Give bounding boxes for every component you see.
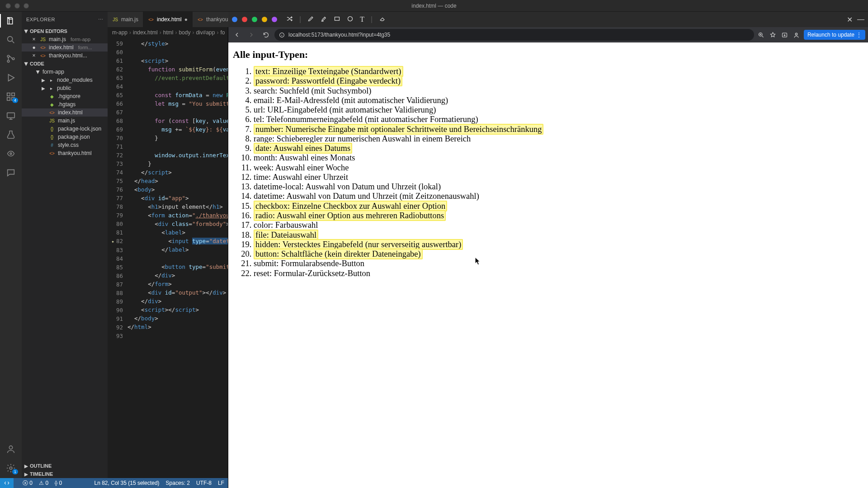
- remote-indicator[interactable]: [0, 478, 14, 488]
- mac-titlebar: index.html — code: [0, 0, 868, 12]
- outline-section[interactable]: ▶OUTLINE: [22, 462, 108, 470]
- open-editor-item[interactable]: ×<>thankyou.html...: [22, 52, 108, 60]
- mac-zoom-icon[interactable]: [24, 3, 29, 9]
- tree-item[interactable]: #style.css: [22, 141, 108, 149]
- mac-minimize-icon[interactable]: [14, 3, 20, 9]
- tree-item[interactable]: JSmain.js: [22, 117, 108, 125]
- open-editors-section[interactable]: ▶OPEN EDITORS: [22, 27, 108, 35]
- page-heading: Alle input-Typen:: [233, 49, 863, 61]
- explorer-icon[interactable]: [5, 15, 16, 26]
- tree-root[interactable]: ▶ form-app: [22, 68, 108, 76]
- tree-item[interactable]: <>thankyou.html: [22, 149, 108, 157]
- text-icon[interactable]: T: [360, 15, 364, 23]
- annotation-close-icon[interactable]: ✕: [847, 15, 853, 24]
- relaunch-button[interactable]: Relaunch to update ⋮: [804, 30, 865, 40]
- editor-tab[interactable]: <>index.html●: [143, 12, 193, 27]
- status-encoding[interactable]: UTF-8: [196, 480, 212, 486]
- color-swatch[interactable]: [232, 17, 237, 22]
- timeline-section[interactable]: ▶TIMELINE: [22, 470, 108, 478]
- shuffle-icon[interactable]: [286, 15, 293, 24]
- source-control-icon[interactable]: [5, 53, 16, 64]
- tree-item[interactable]: ▶▸node_modules: [22, 76, 108, 84]
- breadcrumb-segment[interactable]: body: [179, 29, 190, 36]
- status-spaces[interactable]: Spaces: 2: [166, 480, 190, 486]
- tree-item[interactable]: {}package.json: [22, 133, 108, 141]
- zoom-icon[interactable]: [757, 30, 766, 39]
- url-text: localhost:5173/thankyou.html?input=4tg35: [288, 32, 390, 38]
- circle-icon[interactable]: [347, 15, 354, 24]
- settings-icon[interactable]: 1: [5, 463, 16, 474]
- svg-rect-12: [335, 17, 340, 20]
- list-item: tel: Telefonnummerneingabefeld (mit auto…: [254, 115, 863, 124]
- extensions-icon[interactable]: 4: [5, 91, 16, 102]
- close-icon[interactable]: ×: [31, 36, 37, 42]
- back-button[interactable]: [231, 29, 243, 41]
- dirty-icon[interactable]: ●: [184, 16, 188, 23]
- tree-item[interactable]: ▶▸public: [22, 84, 108, 92]
- eraser-icon[interactable]: [379, 15, 386, 24]
- file-icon: JS: [40, 36, 46, 42]
- status-errors[interactable]: ⓧ 0: [23, 479, 33, 487]
- code-editor[interactable]: 5960616263646566676869707172737475767778…: [108, 38, 228, 478]
- remote-icon[interactable]: [5, 110, 16, 121]
- highlight-icon[interactable]: [321, 15, 327, 24]
- breadcrumb-segment[interactable]: html: [163, 29, 174, 36]
- rect-icon[interactable]: [334, 15, 340, 24]
- svg-point-10: [9, 446, 12, 449]
- more-icon[interactable]: ⋮: [856, 32, 862, 38]
- color-swatch[interactable]: [242, 17, 247, 22]
- list-item: date: Auswahl eines Datums: [254, 144, 863, 153]
- code-section[interactable]: ▶CODE: [22, 60, 108, 68]
- status-eol[interactable]: LF: [218, 480, 224, 486]
- search-icon[interactable]: [5, 34, 16, 45]
- window-minimize-icon[interactable]: —: [857, 15, 864, 23]
- account-icon[interactable]: [5, 444, 16, 455]
- chat-icon[interactable]: [5, 167, 16, 178]
- url-field[interactable]: localhost:5173/thankyou.html?input=4tg35: [274, 29, 754, 41]
- pen-icon[interactable]: [307, 15, 314, 24]
- sidebar-more-icon[interactable]: ⋯: [98, 17, 104, 23]
- tree-item[interactable]: {}package-lock.json: [22, 125, 108, 133]
- color-swatch[interactable]: [252, 17, 257, 22]
- profile-icon[interactable]: [792, 30, 801, 39]
- annotation-toolbar: | T | ✕ —: [228, 12, 868, 27]
- status-ports[interactable]: ⟠ 0: [55, 480, 62, 486]
- install-icon[interactable]: [780, 30, 789, 39]
- file-icon: #: [49, 142, 55, 148]
- breadcrumb-segment[interactable]: fo: [220, 29, 225, 36]
- open-editor-item[interactable]: ×JSmain.jsform-app: [22, 35, 108, 43]
- svg-rect-4: [7, 93, 10, 96]
- svg-point-2: [7, 60, 9, 62]
- list-item: email: E-Mail-Adressfeld (mit automatisc…: [254, 96, 863, 105]
- open-editor-item[interactable]: ●<>index.htmlform...: [22, 43, 108, 52]
- tree-item[interactable]: ◆.hgignore: [22, 92, 108, 100]
- reload-button[interactable]: [260, 29, 272, 41]
- svg-point-17: [796, 33, 797, 35]
- breadcrumb-segment[interactable]: div#app: [196, 29, 215, 36]
- breadcrumb[interactable]: m-app›index.html›html›body›div#app›fo: [108, 27, 228, 38]
- file-icon: <>: [49, 150, 55, 156]
- status-cursor[interactable]: Ln 82, Col 35 (15 selected): [94, 480, 160, 486]
- color-swatch[interactable]: [272, 17, 277, 22]
- tree-item[interactable]: ◆.hgtags: [22, 100, 108, 108]
- breadcrumb-segment[interactable]: m-app: [112, 29, 127, 36]
- breadcrumb-segment[interactable]: index.html: [133, 29, 158, 36]
- list-item: submit: Formularabsende-Button: [254, 259, 863, 268]
- list-item: reset: Formular-Zurücksetz-Button: [254, 269, 863, 278]
- site-info-icon[interactable]: [279, 32, 285, 38]
- list-item: button: Schaltfläche (kein direkter Date…: [254, 249, 863, 259]
- bookmark-icon[interactable]: [769, 30, 778, 39]
- svg-point-3: [12, 58, 14, 60]
- run-debug-icon[interactable]: [5, 72, 16, 83]
- forward-button[interactable]: [245, 29, 257, 41]
- mac-close-icon[interactable]: [5, 3, 11, 9]
- hg-icon[interactable]: [5, 148, 16, 159]
- color-swatch[interactable]: [262, 17, 267, 22]
- dirty-icon[interactable]: ●: [31, 44, 37, 51]
- testing-icon[interactable]: [5, 129, 16, 140]
- close-icon[interactable]: ×: [31, 52, 37, 59]
- status-warnings[interactable]: ⚠ 0: [39, 480, 48, 486]
- editor-tab[interactable]: JSmain.js: [108, 12, 143, 27]
- tree-item[interactable]: <>index.html: [22, 108, 108, 117]
- svg-rect-8: [7, 113, 15, 118]
